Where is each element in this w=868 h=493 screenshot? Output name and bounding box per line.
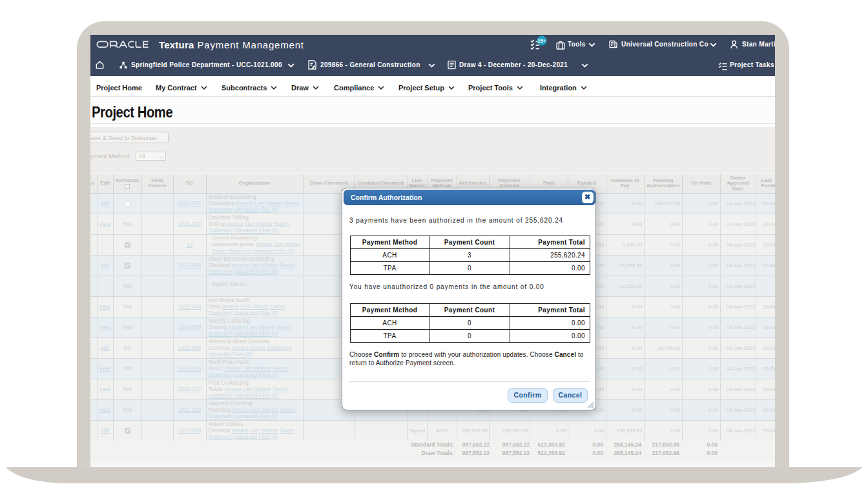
svg-text:25+: 25+ bbox=[537, 38, 546, 44]
